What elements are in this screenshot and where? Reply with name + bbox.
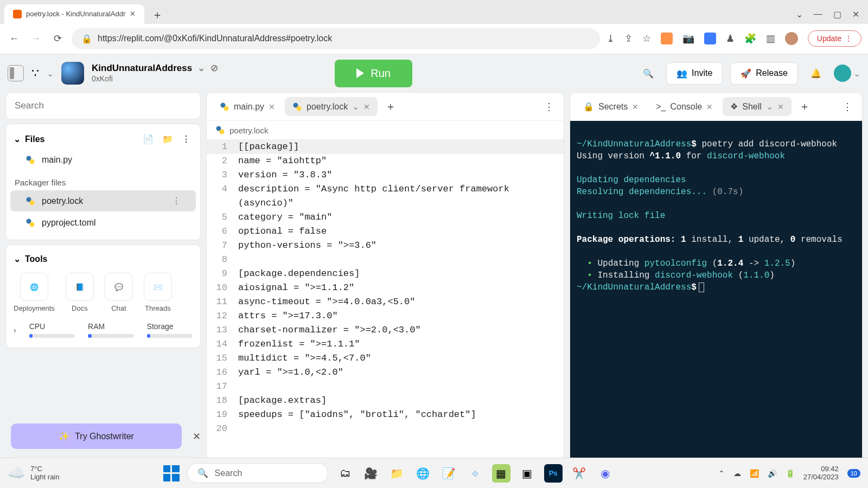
search-icon[interactable]: 🔍	[638, 63, 659, 84]
close-window-icon[interactable]: ✕	[852, 9, 859, 20]
taskbar-app-discord[interactable]: ◉	[596, 464, 615, 483]
code-line[interactable]: 6optional = false	[207, 224, 564, 239]
taskbar-app-explorer[interactable]: 📁	[388, 464, 406, 483]
close-icon[interactable]: ✕	[363, 102, 370, 111]
close-icon[interactable]: ✕	[706, 102, 713, 111]
taskbar-app-terminal[interactable]: ▣	[518, 464, 537, 483]
extensions-puzzle-icon[interactable]: 🧩	[744, 33, 756, 44]
tab-shell[interactable]: ❖ Shell ⌄ ✕	[723, 97, 792, 116]
code-line[interactable]: 3version = "3.8.3"	[207, 168, 564, 182]
taskbar-app-taskview[interactable]: 🗂	[336, 464, 354, 483]
extension-chess-icon[interactable]: ♟	[726, 33, 735, 44]
ghostwriter-button[interactable]: ✨ Try Ghostwriter	[11, 423, 182, 449]
close-icon[interactable]: ✕	[632, 102, 639, 111]
run-button[interactable]: Run	[335, 60, 412, 87]
new-tab-button[interactable]: ＋	[149, 7, 166, 24]
tool-threads[interactable]: ✉️Threads	[144, 273, 172, 312]
wifi-icon[interactable]: 📶	[750, 469, 759, 478]
taskbar-app-notepad[interactable]: 📝	[440, 464, 458, 483]
notification-badge[interactable]: 10	[847, 469, 860, 478]
chevron-right-icon[interactable]: ›	[14, 326, 16, 335]
chevron-down-icon[interactable]: ⌄	[197, 63, 205, 74]
code-line[interactable]: 11async-timeout = ">=4.0.0a3,<5.0"	[207, 295, 564, 309]
chevron-up-icon[interactable]: ⌃	[718, 469, 725, 478]
new-folder-icon[interactable]: 📁	[160, 133, 175, 145]
code-editor[interactable]: 1[[package]]2name = "aiohttp"3version = …	[207, 140, 564, 462]
taskbar-clock[interactable]: 09:42 27/04/2023	[803, 465, 839, 481]
code-line[interactable]: 2name = "aiohttp"	[207, 154, 564, 168]
code-line[interactable]: 13charset-normalizer = ">=2.0,<3.0"	[207, 323, 564, 337]
tool-docs[interactable]: 📘Docs	[66, 273, 94, 312]
star-icon[interactable]: ☆	[642, 33, 651, 44]
file-item-poetry-lock[interactable]: poetry.lock ⋮	[10, 190, 196, 211]
add-tab-button[interactable]: ＋	[794, 97, 815, 116]
forward-button[interactable]: →	[28, 31, 43, 46]
code-line[interactable]: 5category = "main"	[207, 210, 564, 224]
code-line[interactable]: 9[package.dependencies]	[207, 267, 564, 281]
chevron-down-icon[interactable]: ⌄	[14, 134, 21, 144]
search-input[interactable]	[5, 92, 201, 119]
invite-button[interactable]: 👥 Invite	[666, 62, 723, 85]
chevron-down-icon[interactable]: ⌄	[766, 101, 773, 112]
new-file-icon[interactable]: 📄	[141, 133, 156, 145]
chevron-down-icon[interactable]: ⌄	[352, 101, 359, 112]
taskbar-app-vscode[interactable]: ⟐	[466, 464, 484, 483]
tool-deployments[interactable]: 🌐Deployments	[14, 273, 55, 312]
code-line[interactable]: 7python-versions = ">=3.6"	[207, 239, 564, 253]
tool-chat[interactable]: 💬Chat	[105, 273, 133, 312]
cloud-icon[interactable]: ☁	[733, 469, 741, 478]
terminal[interactable]: ~/KindUnnaturalAddress$ poetry add disco…	[570, 121, 862, 482]
release-button[interactable]: 🚀 Release	[730, 62, 798, 85]
code-line[interactable]: 19speedups = ["aiodns", "brotli", "cchar…	[207, 408, 564, 422]
share-icon[interactable]: ⇪	[624, 33, 633, 44]
chevron-down-icon[interactable]: ⌄	[14, 254, 21, 264]
close-icon[interactable]: ✕	[130, 10, 136, 18]
extension-blue-icon[interactable]	[704, 33, 716, 44]
taskbar-app-pycharm[interactable]: ▦	[492, 464, 510, 483]
code-line[interactable]: 1[[package]]	[207, 140, 564, 154]
close-icon[interactable]: ✕	[193, 431, 201, 442]
close-icon[interactable]: ✕	[777, 102, 784, 111]
taskbar-search[interactable]: 🔍 Search	[187, 463, 328, 483]
extension-metamask-icon[interactable]	[661, 33, 673, 44]
tab-poetry-lock[interactable]: poetry.lock ⌄ ✕	[285, 97, 378, 116]
code-line[interactable]: 17	[207, 380, 564, 394]
replit-logo-icon[interactable]: ∵	[31, 66, 39, 80]
code-line[interactable]: 8	[207, 253, 564, 267]
minimize-icon[interactable]: —	[814, 9, 822, 20]
tab-console[interactable]: >_ Console ✕	[648, 98, 720, 116]
chevron-down-icon[interactable]: ⌄	[47, 68, 54, 79]
update-button[interactable]: Update ⋮	[808, 30, 861, 47]
code-line[interactable]: 4description = "Async http client/server…	[207, 182, 564, 210]
bell-icon[interactable]: 🔔	[806, 63, 826, 84]
reload-button[interactable]: ⟳	[50, 31, 65, 46]
file-item-main[interactable]: main.py	[10, 150, 196, 170]
kebab-icon[interactable]: ⋮	[172, 196, 181, 206]
volume-icon[interactable]: 🔊	[768, 469, 777, 478]
battery-icon[interactable]: 🔋	[786, 469, 795, 478]
taskbar-app-snip[interactable]: ✂️	[570, 464, 589, 483]
taskbar-app-photoshop[interactable]: Ps	[544, 464, 563, 483]
maximize-icon[interactable]: ▢	[833, 9, 841, 20]
sidebar-toggle[interactable]	[8, 65, 24, 81]
code-line[interactable]: 20	[207, 422, 564, 436]
install-icon[interactable]: ⤓	[607, 33, 615, 44]
profile-avatar[interactable]	[785, 32, 798, 45]
add-tab-button[interactable]: ＋	[380, 97, 401, 116]
back-button[interactable]: ←	[7, 31, 22, 46]
code-line[interactable]: 16yarl = ">=1.0,<2.0"	[207, 365, 564, 380]
kebab-icon[interactable]: ⋮	[180, 133, 193, 145]
tab-secrets[interactable]: 🔒 Secrets ✕	[576, 97, 646, 116]
sidepanel-icon[interactable]: ▥	[766, 33, 775, 44]
chevron-down-icon[interactable]: ⌄	[796, 9, 803, 20]
chevron-down-icon[interactable]: ⌄	[853, 68, 860, 79]
code-line[interactable]: 12attrs = ">=17.3.0"	[207, 309, 564, 323]
code-line[interactable]: 15multidict = ">=4.5,<7.0"	[207, 351, 564, 365]
code-line[interactable]: 10aiosignal = ">=1.1.2"	[207, 281, 564, 295]
tab-main-py[interactable]: main.py ✕	[212, 98, 283, 116]
address-bar[interactable]: 🔒 https://replit.com/@0xKofi/KindUnnatur…	[72, 28, 600, 49]
taskbar-weather[interactable]: ☁️ 7°C Light rain	[8, 465, 59, 481]
link-icon[interactable]: ⊘	[210, 63, 218, 74]
camera-icon[interactable]: 📷	[682, 33, 694, 44]
taskbar-app-meet[interactable]: 🎥	[362, 464, 380, 483]
